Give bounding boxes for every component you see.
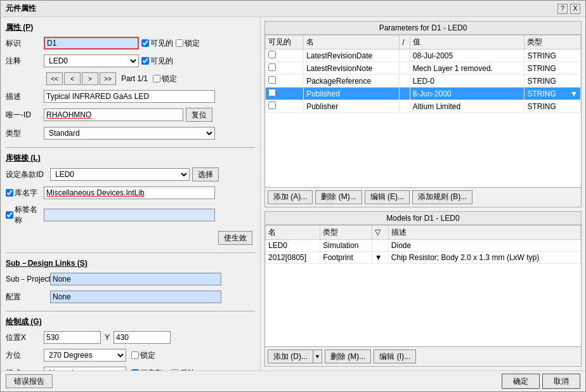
nav-next[interactable]: > (82, 72, 98, 85)
params-title: Parameters for D1 - LED0 (265, 22, 581, 35)
reset-button[interactable]: 复位 (186, 108, 212, 122)
nav-prev[interactable]: < (64, 72, 81, 85)
param-visible[interactable] (266, 62, 304, 75)
error-report-tab[interactable]: 错误报告 (6, 374, 53, 388)
desc-label: 描述 (6, 91, 44, 102)
param-slash (400, 88, 410, 100)
type-row: 类型 Standard (6, 127, 255, 140)
orient-row: 方位 270 Degrees 锁定 (6, 349, 255, 362)
desc-input[interactable] (44, 90, 215, 103)
type-select[interactable]: Standard (44, 127, 215, 140)
params-edit-button[interactable]: 编辑 (E)... (365, 190, 410, 204)
param-visible[interactable] (266, 75, 304, 88)
param-type: STRING ▼ (524, 88, 581, 100)
cancel-button[interactable]: 取消 (542, 374, 580, 389)
params-row[interactable]: PackageReference LED-0 STRING (266, 75, 581, 88)
subproject-row: Sub－Project (6, 273, 255, 285)
model-arrow (372, 239, 388, 251)
param-value: LED-0 (410, 75, 524, 88)
uid-input[interactable] (44, 108, 183, 121)
libname-row: 库名字 (6, 186, 255, 199)
model-type: Footprint (320, 251, 372, 263)
param-type: STRING (524, 100, 581, 113)
models-row[interactable]: 2012[0805] Footprint ▼ Chip Resistor; Bo… (266, 251, 581, 263)
orient-label: 方位 (6, 350, 44, 361)
params-row[interactable]: LatestRevisionDate 08-Jul-2005 STRING (266, 49, 581, 62)
col-slash: / (400, 36, 410, 49)
title-bar-controls: ? X (557, 4, 580, 14)
section-lib: 库链接 (L) (6, 153, 255, 164)
params-table: 可见的 名 / 值 类型 LatestRevisionDate 08-Jul-2… (265, 35, 581, 113)
models-delete-button[interactable]: 删除 (M)... (325, 350, 371, 363)
params-delete-button[interactable]: 删除 (M)... (315, 190, 361, 204)
models-row[interactable]: LED0 Simulation Diode (266, 239, 581, 251)
models-table-container: 名 类型 ▽ 描述 LED0 Simulation Diode 2012[080… (265, 225, 581, 346)
select-button[interactable]: 选择 (192, 167, 219, 181)
param-visible[interactable] (266, 88, 304, 100)
tagname-check[interactable]: 标签名称 (6, 204, 44, 226)
subproject-input[interactable] (50, 273, 221, 285)
desc-row: 描述 (6, 90, 255, 103)
nav-first[interactable]: << (46, 72, 63, 85)
comment-select[interactable]: LED0 (44, 55, 139, 67)
mcol-name: 名 (266, 225, 320, 239)
params-add-button[interactable]: 添加 (A)... (268, 190, 313, 204)
param-name: LatestRevisionDate (304, 49, 400, 62)
param-name: PackageReference (304, 75, 400, 88)
help-button[interactable]: ? (557, 4, 568, 14)
models-add-arrow[interactable]: ▼ (313, 350, 322, 363)
param-slash (400, 100, 410, 113)
bottom-tabs: 错误报告 (6, 374, 53, 388)
tagname-row: 标签名称 (6, 204, 255, 226)
posy-input[interactable] (114, 331, 171, 344)
model-name: LED0 (266, 239, 320, 251)
lock-check-3[interactable]: 锁定 (131, 350, 155, 361)
col-value: 值 (410, 36, 524, 49)
type-label: 类型 (6, 128, 44, 139)
models-table: 名 类型 ▽ 描述 LED0 Simulation Diode 2012[080… (265, 225, 581, 264)
ok-button[interactable]: 确定 (502, 374, 540, 389)
models-title: Models for D1 - LED0 (265, 212, 581, 225)
params-addrule-button[interactable]: 添加规则 (B)... (412, 190, 472, 204)
models-panel: Models for D1 - LED0 名 类型 ▽ 描述 (264, 211, 582, 367)
tagname-input[interactable] (44, 209, 215, 221)
bottom-right-buttons: 确定 取消 (502, 374, 580, 389)
identifier-label: 标识 (6, 38, 44, 49)
col-visible: 可见的 (266, 36, 304, 49)
params-row[interactable]: Published 8-Jun-2000 STRING ▼ (266, 88, 581, 100)
libid-select[interactable]: LED0 (50, 168, 190, 181)
config-input[interactable] (50, 291, 221, 303)
models-edit-button[interactable]: 编辑 (I)... (374, 350, 416, 363)
window-title: 元件属性 (6, 3, 36, 14)
param-visible[interactable] (266, 100, 304, 113)
visible-check-1[interactable]: 可见的 (141, 38, 173, 49)
orient-select[interactable]: 270 Degrees (44, 349, 126, 362)
lock-check-2[interactable]: 锁定 (153, 74, 177, 84)
param-visible[interactable] (266, 49, 304, 62)
right-panel: Parameters for D1 - LED0 可见的 名 / 值 类型 (261, 17, 585, 370)
params-buttons: 添加 (A)... 删除 (M)... 编辑 (E)... 添加规则 (B)..… (265, 187, 581, 207)
close-button[interactable]: X (570, 4, 580, 14)
identifier-input[interactable] (44, 37, 139, 49)
config-row: 配置 (6, 291, 255, 303)
mcol-desc: 描述 (388, 225, 580, 239)
identifier-checkboxes: 可见的 锁定 (141, 38, 200, 49)
libname-input[interactable] (44, 186, 215, 199)
models-add-dropdown: 添加 (D)... ▼ (268, 350, 322, 363)
param-name: Published (304, 88, 400, 100)
param-slash (400, 75, 410, 88)
libname-check[interactable]: 库名字 (6, 188, 44, 199)
title-bar: 元件属性 ? X (1, 1, 585, 17)
params-row[interactable]: Publisher Altium Limited STRING (266, 100, 581, 113)
nav-last[interactable]: >> (100, 72, 116, 85)
param-type: STRING (524, 49, 581, 62)
posx-input[interactable] (44, 331, 101, 344)
models-add-button[interactable]: 添加 (D)... (268, 350, 313, 363)
params-row[interactable]: LatestRevisionNote Mech Layer 1 removed.… (266, 62, 581, 75)
lock-check-1[interactable]: 锁定 (176, 38, 200, 49)
model-arrow: ▼ (372, 251, 388, 263)
divider-3 (6, 311, 255, 311)
nav-buttons: << < > >> (46, 72, 116, 85)
visible-check-2[interactable]: 可见的 (141, 56, 173, 67)
apply-button[interactable]: 使生效 (218, 231, 252, 245)
